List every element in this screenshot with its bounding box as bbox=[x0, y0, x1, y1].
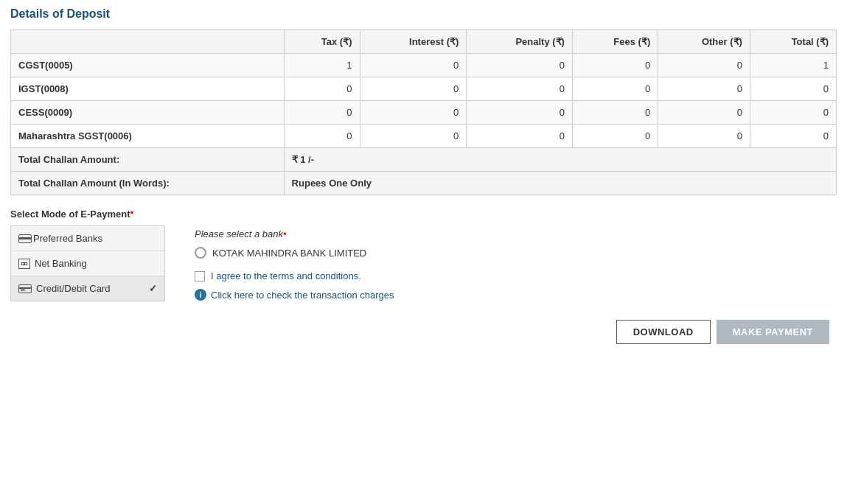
row-fees: 0 bbox=[572, 54, 658, 77]
bank-radio[interactable] bbox=[195, 247, 206, 259]
total-challan-words-value: Rupees One Only bbox=[284, 172, 836, 195]
transaction-row: i Click here to check the transaction ch… bbox=[195, 289, 394, 301]
row-label: IGST(0008) bbox=[11, 77, 285, 101]
col-header-penalty: Penalty (₹) bbox=[467, 30, 573, 54]
mode-credit-debit-label: Credit/Debit Card bbox=[36, 283, 110, 294]
total-challan-row: Total Challan Amount: ₹ 1 /- bbox=[11, 148, 837, 172]
row-tax: 1 bbox=[284, 54, 360, 77]
row-fees: 0 bbox=[572, 101, 658, 125]
row-tax: 0 bbox=[284, 101, 360, 125]
terms-link[interactable]: I agree to the terms and conditions. bbox=[211, 270, 361, 281]
table-row: IGST(0008) 0 0 0 0 0 0 bbox=[11, 77, 837, 101]
info-icon: i bbox=[195, 289, 206, 301]
col-header-interest: Interest (₹) bbox=[360, 30, 467, 54]
col-header-fees: Fees (₹) bbox=[572, 30, 658, 54]
epayment-label: Select Mode of E-Payment* bbox=[10, 209, 837, 220]
row-label: Maharashtra SGST(0006) bbox=[11, 125, 285, 148]
row-interest: 0 bbox=[360, 54, 467, 77]
transaction-charges-link[interactable]: Click here to check the transaction char… bbox=[211, 290, 394, 301]
total-challan-label: Total Challan Amount: bbox=[11, 148, 285, 172]
row-tax: 0 bbox=[284, 77, 360, 101]
row-total: 0 bbox=[750, 77, 836, 101]
row-label: CGST(0005) bbox=[11, 54, 285, 77]
row-total: 0 bbox=[750, 101, 836, 125]
row-other: 0 bbox=[658, 125, 750, 148]
bank-section: Please select a bank• KOTAK MAHINDRA BAN… bbox=[195, 225, 394, 312]
button-row: DOWNLOAD MAKE PAYMENT bbox=[10, 320, 837, 344]
mode-preferred-banks-label: Preferred Banks bbox=[33, 233, 102, 244]
terms-checkbox[interactable] bbox=[195, 271, 205, 281]
mode-net-banking[interactable]: Net Banking bbox=[11, 251, 164, 276]
row-fees: 0 bbox=[572, 125, 658, 148]
col-header-name bbox=[11, 30, 285, 54]
row-penalty: 0 bbox=[467, 77, 573, 101]
mode-credit-debit-card[interactable]: Credit/Debit Card ✓ bbox=[11, 276, 164, 301]
col-header-tax: Tax (₹) bbox=[284, 30, 360, 54]
bank-icon bbox=[18, 234, 32, 243]
row-penalty: 0 bbox=[467, 125, 573, 148]
row-other: 0 bbox=[658, 101, 750, 125]
row-other: 0 bbox=[658, 77, 750, 101]
row-tax: 0 bbox=[284, 125, 360, 148]
terms-row: I agree to the terms and conditions. bbox=[195, 270, 394, 281]
bank-select-label: Please select a bank• bbox=[195, 228, 394, 239]
row-penalty: 0 bbox=[467, 101, 573, 125]
col-header-total: Total (₹) bbox=[750, 30, 836, 54]
bank-option-kotak[interactable]: KOTAK MAHINDRA BANK LIMITED bbox=[195, 247, 394, 259]
table-row: Maharashtra SGST(0006) 0 0 0 0 0 0 bbox=[11, 125, 837, 148]
row-interest: 0 bbox=[360, 77, 467, 101]
bank-option-label: KOTAK MAHINDRA BANK LIMITED bbox=[212, 248, 366, 259]
epayment-section: Select Mode of E-Payment* Preferred Bank… bbox=[10, 209, 837, 312]
card-icon bbox=[18, 284, 32, 293]
page-title: Details of Deposit bbox=[10, 7, 837, 21]
row-other: 0 bbox=[658, 54, 750, 77]
row-total: 0 bbox=[750, 125, 836, 148]
table-row: CESS(0009) 0 0 0 0 0 0 bbox=[11, 101, 837, 125]
download-button[interactable]: DOWNLOAD bbox=[616, 320, 711, 344]
deposit-table: Tax (₹) Interest (₹) Penalty (₹) Fees (₹… bbox=[10, 29, 837, 195]
row-fees: 0 bbox=[572, 77, 658, 101]
mode-net-banking-label: Net Banking bbox=[35, 258, 87, 269]
row-label: CESS(0009) bbox=[11, 101, 285, 125]
row-total: 1 bbox=[750, 54, 836, 77]
total-challan-words-row: Total Challan Amount (In Words): Rupees … bbox=[11, 172, 837, 195]
mode-preferred-banks[interactable]: Preferred Banks bbox=[11, 226, 164, 251]
row-interest: 0 bbox=[360, 125, 467, 148]
total-challan-words-label: Total Challan Amount (In Words): bbox=[11, 172, 285, 195]
payment-mode-list: Preferred Banks Net Banking Credit/Debit… bbox=[10, 225, 165, 301]
bank-required-star: • bbox=[283, 228, 287, 239]
make-payment-button[interactable]: MAKE PAYMENT bbox=[717, 320, 829, 344]
table-row: CGST(0005) 1 0 0 0 0 1 bbox=[11, 54, 837, 77]
col-header-other: Other (₹) bbox=[658, 30, 750, 54]
required-star: * bbox=[130, 209, 134, 220]
row-penalty: 0 bbox=[467, 54, 573, 77]
selected-checkmark: ✓ bbox=[149, 283, 157, 294]
total-challan-value: ₹ 1 /- bbox=[284, 148, 836, 172]
building-icon bbox=[18, 259, 30, 269]
row-interest: 0 bbox=[360, 101, 467, 125]
